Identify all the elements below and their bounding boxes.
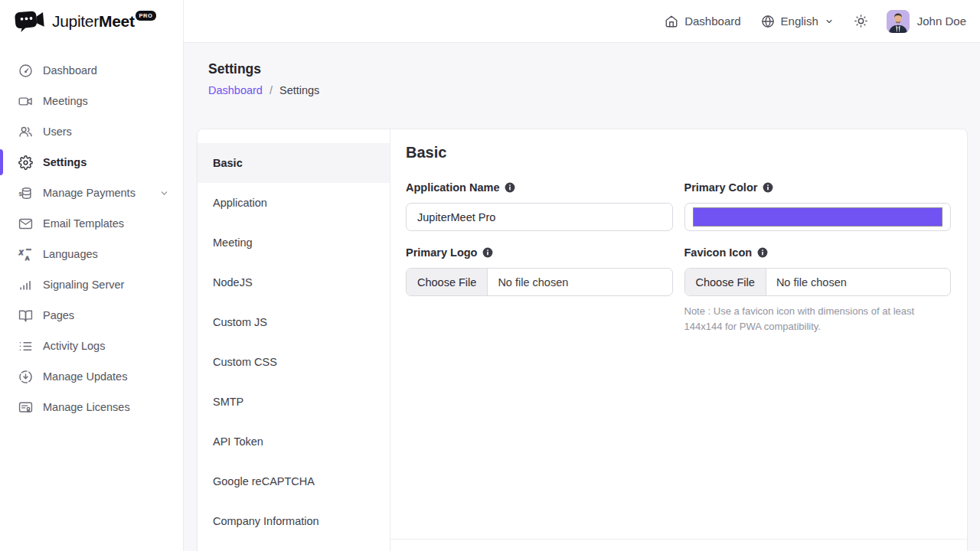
basic-settings-panel: Basic Application Name Primar bbox=[390, 129, 967, 551]
topbar: Dashboard English bbox=[184, 0, 980, 43]
brand-name: JupiterMeet PRO bbox=[52, 12, 156, 31]
tab-custom-css[interactable]: Custom CSS bbox=[198, 342, 390, 382]
choose-file-button[interactable]: Choose File bbox=[407, 269, 488, 295]
sidebar-item-email-templates[interactable]: Email Templates bbox=[0, 208, 183, 239]
choose-file-button[interactable]: Choose File bbox=[685, 269, 766, 295]
sidebar-item-dashboard[interactable]: Dashboard bbox=[0, 55, 183, 86]
application-name-input[interactable] bbox=[406, 203, 673, 231]
tab-company-information[interactable]: Company Information bbox=[198, 501, 390, 541]
info-icon[interactable] bbox=[505, 182, 515, 193]
sidebar-item-manage-payments[interactable]: $ Manage Payments bbox=[0, 178, 183, 208]
envelope-icon bbox=[18, 217, 33, 231]
favicon-icon-label: Favicon Icon bbox=[684, 246, 753, 259]
brand-camera-icon bbox=[14, 9, 46, 34]
primary-logo-file-input[interactable]: Choose File No file chosen bbox=[406, 268, 673, 296]
sun-icon bbox=[854, 14, 868, 28]
user-name[interactable]: John Doe bbox=[917, 15, 966, 28]
license-certificate-icon bbox=[18, 400, 33, 415]
tab-basic[interactable]: Basic bbox=[198, 143, 390, 183]
info-icon[interactable] bbox=[763, 182, 773, 193]
file-status: No file chosen bbox=[488, 269, 568, 295]
info-icon[interactable] bbox=[482, 247, 493, 258]
application-name-field-group: Application Name bbox=[406, 181, 673, 231]
home-icon bbox=[665, 15, 678, 28]
signal-bars-icon bbox=[18, 278, 33, 292]
theme-toggle[interactable] bbox=[854, 14, 868, 28]
page-title: Settings bbox=[208, 61, 980, 77]
primary-color-swatch bbox=[693, 207, 943, 227]
sidebar-item-activity-logs[interactable]: Activity Logs bbox=[0, 331, 183, 361]
svg-text:$: $ bbox=[18, 190, 22, 197]
tab-google-recaptcha[interactable]: Google reCAPTCHA bbox=[198, 461, 390, 501]
update-download-icon bbox=[18, 370, 33, 384]
translate-icon: xA bbox=[18, 247, 33, 262]
sidebar-item-settings[interactable]: Settings bbox=[0, 147, 183, 178]
sidebar-item-meetings[interactable]: Meetings bbox=[0, 86, 183, 116]
sidebar-item-pages[interactable]: Pages bbox=[0, 300, 183, 331]
sidebar-item-signaling-server[interactable]: Signaling Server bbox=[0, 269, 183, 300]
info-icon[interactable] bbox=[757, 247, 768, 258]
tab-smtp[interactable]: SMTP bbox=[198, 382, 390, 422]
primary-color-input[interactable] bbox=[684, 203, 952, 231]
breadcrumb: Dashboard / Settings bbox=[208, 84, 980, 96]
book-open-icon bbox=[18, 308, 33, 323]
sidebar-nav: Dashboard Meetings Users Settings $ Mana… bbox=[0, 43, 183, 422]
sidebar-item-manage-licenses[interactable]: Manage Licenses bbox=[0, 392, 183, 422]
panel-title: Basic bbox=[406, 144, 951, 161]
primary-color-field-group: Primary Color bbox=[684, 181, 952, 231]
settings-tab-list: Basic Application Meeting NodeJS Custom … bbox=[198, 129, 390, 551]
avatar[interactable] bbox=[887, 10, 910, 33]
dashboard-gauge-icon bbox=[18, 64, 33, 78]
tab-api-token[interactable]: API Token bbox=[198, 422, 390, 461]
breadcrumb-current: Settings bbox=[279, 84, 319, 96]
users-icon bbox=[18, 125, 33, 139]
file-status: No file chosen bbox=[766, 269, 847, 295]
tab-application[interactable]: Application bbox=[198, 183, 390, 223]
payments-coins-icon: $ bbox=[18, 186, 33, 201]
primary-logo-label: Primary Logo bbox=[406, 246, 477, 259]
globe-icon bbox=[761, 15, 775, 28]
breadcrumb-dashboard-link[interactable]: Dashboard bbox=[208, 84, 263, 96]
tab-meeting[interactable]: Meeting bbox=[198, 223, 390, 262]
svg-text:A: A bbox=[25, 254, 30, 261]
chevron-down-icon bbox=[159, 188, 169, 198]
main-content: Settings Dashboard / Settings Basic Appl… bbox=[184, 43, 980, 551]
primary-logo-field-group: Primary Logo Choose File No file chosen bbox=[406, 246, 673, 334]
favicon-field-group: Favicon Icon Choose File No file chosen … bbox=[684, 246, 952, 334]
sidebar-item-users[interactable]: Users bbox=[0, 116, 183, 147]
gear-icon bbox=[18, 155, 33, 170]
sidebar: JupiterMeet PRO Dashboard Meetings Users bbox=[0, 0, 184, 551]
settings-card: Basic Application Meeting NodeJS Custom … bbox=[197, 129, 968, 551]
brand-logo[interactable]: JupiterMeet PRO bbox=[0, 0, 183, 43]
tab-nodejs[interactable]: NodeJS bbox=[198, 262, 390, 302]
favicon-file-input[interactable]: Choose File No file chosen bbox=[684, 268, 952, 296]
video-camera-icon bbox=[18, 94, 33, 109]
sidebar-item-manage-updates[interactable]: Manage Updates bbox=[0, 361, 183, 392]
language-selector[interactable]: English bbox=[761, 15, 834, 28]
pro-badge: PRO bbox=[136, 11, 157, 21]
favicon-note: Note : Use a favicon icon with dimension… bbox=[684, 304, 945, 334]
sidebar-item-languages[interactable]: xA Languages bbox=[0, 239, 183, 269]
tab-custom-js[interactable]: Custom JS bbox=[198, 302, 390, 342]
topbar-dashboard-link[interactable]: Dashboard bbox=[665, 15, 740, 28]
list-icon bbox=[18, 339, 33, 354]
breadcrumb-separator: / bbox=[270, 84, 273, 96]
primary-color-label: Primary Color bbox=[684, 181, 758, 194]
panel-footer: Save bbox=[390, 539, 967, 551]
chevron-down-icon bbox=[825, 17, 834, 26]
svg-text:x: x bbox=[18, 248, 24, 256]
application-name-label: Application Name bbox=[406, 181, 499, 194]
